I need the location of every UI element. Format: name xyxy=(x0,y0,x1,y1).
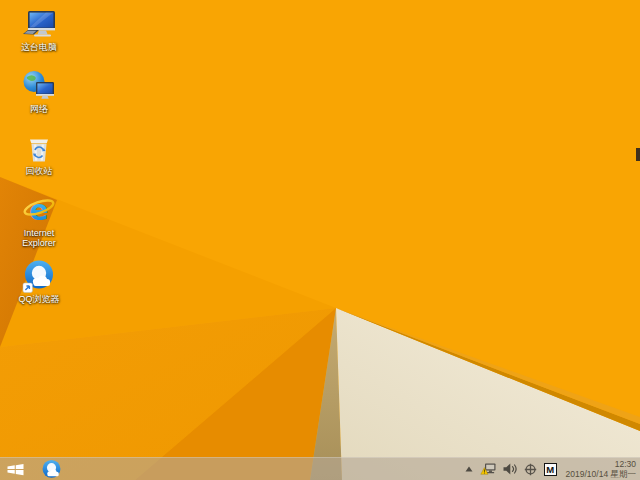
screen-edge-artifact xyxy=(636,148,640,161)
internet-explorer-icon: e xyxy=(22,193,56,227)
network-status-icon[interactable] xyxy=(480,463,496,475)
recycle-bin-icon xyxy=(22,131,56,165)
clock-date: 2019/10/14 星期一 xyxy=(566,469,636,479)
this-pc-icon xyxy=(22,7,56,41)
system-tray: M 12:30 2019/10/14 星期一 xyxy=(465,458,640,480)
desktop-icon-label: Internet Explorer xyxy=(10,228,68,248)
qq-browser-taskbar-icon xyxy=(41,459,62,480)
desktop-icon-label: 回收站 xyxy=(26,166,53,176)
desktop-icon-label: QQ浏览器 xyxy=(18,294,59,304)
desktop-icon-internet-explorer[interactable]: e Internet Explorer xyxy=(10,193,68,248)
wallpaper xyxy=(0,0,640,480)
windows-logo-icon xyxy=(7,463,24,476)
clock-time: 12:30 xyxy=(615,459,636,469)
crosshair-tray-icon[interactable] xyxy=(524,463,537,476)
desktop-icon-network[interactable]: 网络 xyxy=(10,69,68,114)
volume-icon[interactable] xyxy=(503,463,517,475)
input-method-indicator[interactable]: M xyxy=(544,463,557,476)
desktop: 这台电脑 网络 xyxy=(0,0,640,480)
desktop-icon-qq-browser[interactable]: QQ浏览器 xyxy=(10,259,68,304)
taskbar: M 12:30 2019/10/14 星期一 xyxy=(0,457,640,480)
desktop-icon-this-pc[interactable]: 这台电脑 xyxy=(10,7,68,52)
show-hidden-icons-button[interactable] xyxy=(465,466,473,472)
chevron-up-icon xyxy=(465,466,473,472)
desktop-icon-label: 这台电脑 xyxy=(21,42,57,52)
desktop-icon-label: 网络 xyxy=(30,104,48,114)
taskbar-qq-browser-button[interactable] xyxy=(38,458,64,480)
network-icon xyxy=(22,69,56,103)
clock[interactable]: 12:30 2019/10/14 星期一 xyxy=(564,459,636,479)
start-button[interactable] xyxy=(0,458,30,480)
desktop-icon-recycle-bin[interactable]: 回收站 xyxy=(10,131,68,176)
qq-browser-icon xyxy=(22,259,56,293)
